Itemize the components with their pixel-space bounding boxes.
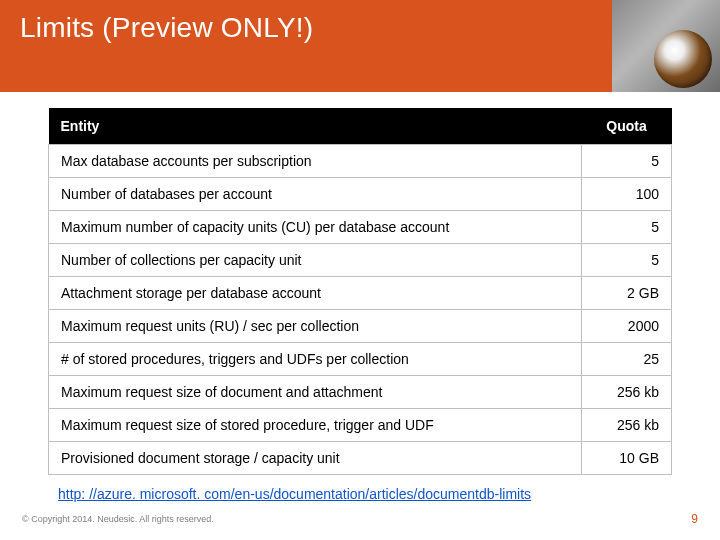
table-row: # of stored procedures, triggers and UDF… <box>49 343 672 376</box>
cell-entity: Maximum number of capacity units (CU) pe… <box>49 211 582 244</box>
table-header-row: Entity Quota <box>49 108 672 145</box>
slide-header: Limits (Preview ONLY!) <box>0 0 720 92</box>
cell-entity: Maximum request size of document and att… <box>49 376 582 409</box>
header-image <box>612 0 720 92</box>
page-number: 9 <box>691 512 698 526</box>
cell-quota: 256 kb <box>582 376 672 409</box>
table-row: Number of collections per capacity unit5 <box>49 244 672 277</box>
cell-entity: Maximum request size of stored procedure… <box>49 409 582 442</box>
col-quota: Quota <box>582 108 672 145</box>
cell-quota: 5 <box>582 211 672 244</box>
page-title: Limits (Preview ONLY!) <box>20 12 313 44</box>
cell-quota: 2000 <box>582 310 672 343</box>
table-row: Maximum request size of stored procedure… <box>49 409 672 442</box>
limits-table-wrap: Entity Quota Max database accounts per s… <box>0 92 720 479</box>
table-row: Attachment storage per database account2… <box>49 277 672 310</box>
cell-entity: Max database accounts per subscription <box>49 145 582 178</box>
cell-entity: Attachment storage per database account <box>49 277 582 310</box>
table-row: Maximum request units (RU) / sec per col… <box>49 310 672 343</box>
table-row: Maximum request size of document and att… <box>49 376 672 409</box>
reference-link[interactable]: http: //azure. microsoft. com/en-us/docu… <box>58 486 531 502</box>
copyright-text: © Copyright 2014. Neudesic. All rights r… <box>22 514 214 524</box>
cell-quota: 5 <box>582 244 672 277</box>
cell-quota: 256 kb <box>582 409 672 442</box>
cell-quota: 100 <box>582 178 672 211</box>
cell-entity: Number of databases per account <box>49 178 582 211</box>
cell-quota: 2 GB <box>582 277 672 310</box>
cell-quota: 5 <box>582 145 672 178</box>
cell-quota: 25 <box>582 343 672 376</box>
cell-entity: # of stored procedures, triggers and UDF… <box>49 343 582 376</box>
slide: Limits (Preview ONLY!) Entity Quota Max … <box>0 0 720 540</box>
table-row: Maximum number of capacity units (CU) pe… <box>49 211 672 244</box>
cell-entity: Maximum request units (RU) / sec per col… <box>49 310 582 343</box>
table-row: Provisioned document storage / capacity … <box>49 442 672 475</box>
col-entity: Entity <box>49 108 582 145</box>
telescope-icon <box>654 30 712 88</box>
table-row: Max database accounts per subscription5 <box>49 145 672 178</box>
cell-quota: 10 GB <box>582 442 672 475</box>
footer: © Copyright 2014. Neudesic. All rights r… <box>22 512 698 526</box>
cell-entity: Number of collections per capacity unit <box>49 244 582 277</box>
table-row: Number of databases per account100 <box>49 178 672 211</box>
reference-link-row: http: //azure. microsoft. com/en-us/docu… <box>0 479 720 503</box>
limits-table: Entity Quota Max database accounts per s… <box>48 108 672 475</box>
cell-entity: Provisioned document storage / capacity … <box>49 442 582 475</box>
